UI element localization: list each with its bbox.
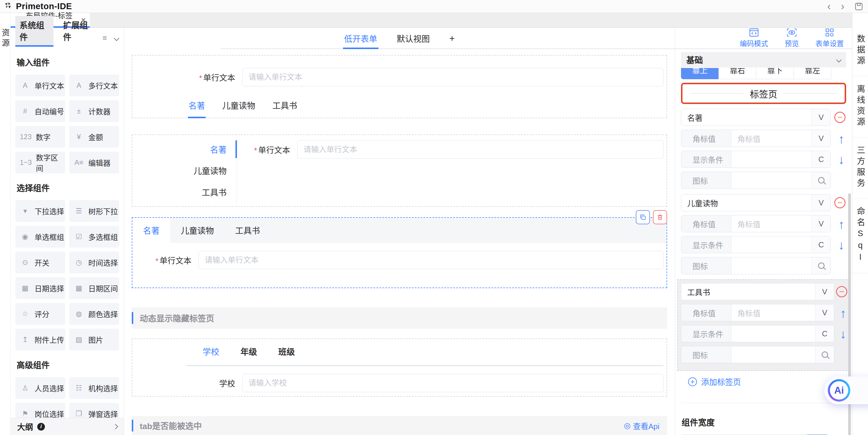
tabs-widget-top[interactable]: *单行文本 名著 儿童读物 工具书 — [132, 55, 667, 118]
tab-ertongduwu[interactable]: 儿童读物 — [222, 99, 255, 111]
add-tab-link[interactable]: + 添加标签页 — [688, 376, 846, 387]
tab-mingzhu[interactable]: 名著 — [188, 99, 205, 111]
icon-input[interactable] — [732, 346, 815, 363]
tab-position-option[interactable]: 靠下 — [756, 68, 794, 79]
tabs-widget-school[interactable]: 学校 年级 班级 学校 — [132, 338, 667, 397]
remove-tab-button[interactable]: − — [836, 286, 847, 297]
school-input[interactable] — [242, 374, 663, 392]
badge-input[interactable]: 角标值 — [732, 130, 812, 147]
right-rail-item[interactable]: 离线资源 — [852, 76, 868, 137]
tab-gongjushu[interactable]: 工具书 — [272, 99, 297, 111]
tabs-widget-left[interactable]: 名著 儿童读物 工具书 *单行文本 — [132, 134, 667, 207]
palette-item[interactable]: ◉ 单选框组 — [16, 226, 65, 248]
chevron-right-icon[interactable] — [113, 424, 118, 429]
palette-item[interactable]: ❐ 弹窗选择 — [69, 403, 119, 418]
condition-input[interactable] — [732, 237, 812, 253]
move-up-button[interactable]: ↑ — [838, 218, 844, 231]
palette-item[interactable]: A 单行文本 — [16, 74, 65, 96]
list-view-icon[interactable]: ≡ — [102, 33, 107, 46]
right-rail-item[interactable]: 三方服务 — [852, 137, 868, 198]
condition-suffix-button[interactable]: C — [812, 151, 831, 167]
single-line-text-input[interactable] — [297, 141, 663, 159]
add-view-tab-button[interactable]: + — [450, 28, 455, 49]
copy-widget-button[interactable] — [636, 210, 650, 224]
move-down-button[interactable]: ↓ — [840, 328, 846, 340]
palette-item[interactable]: ☰ 树形下拉 — [69, 200, 119, 222]
collapse-palette-icon[interactable] — [115, 36, 119, 46]
tab-position-option[interactable]: 靠右 — [718, 68, 756, 79]
tab-lowcode-form[interactable]: 低开表单 — [344, 28, 377, 49]
tab-position-option[interactable]: 靠上 — [681, 68, 719, 79]
tab-mingzhu[interactable]: 名著 — [132, 138, 237, 160]
delete-widget-button[interactable] — [653, 210, 667, 224]
ai-assistant-button[interactable]: Ai — [824, 376, 868, 404]
palette-item[interactable]: ⚑ 岗位选择 — [16, 403, 65, 418]
save-icon[interactable] — [855, 2, 863, 11]
form-settings-button[interactable]: 表单设置 — [815, 28, 844, 48]
code-mode-button[interactable]: 编码模式 — [740, 28, 768, 48]
palette-item[interactable]: A≡ 编辑器 — [69, 152, 119, 174]
right-rail-item[interactable]: 命名Sql — [852, 198, 868, 273]
condition-input[interactable] — [732, 151, 812, 167]
palette-item[interactable]: ± 计数器 — [69, 100, 119, 122]
tab-name-input[interactable]: 名著 — [681, 109, 812, 126]
variable-suffix-button[interactable]: V — [812, 194, 831, 211]
right-rail-item[interactable]: 数据源 — [852, 26, 868, 76]
single-line-text-input[interactable] — [198, 251, 663, 269]
variable-suffix-button[interactable]: V — [815, 283, 834, 300]
palette-item[interactable]: ▦ 日期区间 — [69, 277, 119, 299]
palette-item[interactable]: # 自动编号 — [16, 100, 65, 122]
palette-item[interactable]: ◍ 颜色选择 — [69, 303, 119, 325]
badge-input[interactable]: 角标值 — [732, 304, 815, 321]
variable-suffix-button[interactable]: V — [812, 130, 831, 147]
move-down-button[interactable]: ↓ — [838, 154, 844, 166]
outline-bar[interactable]: 大纲 i — [11, 418, 124, 435]
icon-search-button[interactable] — [812, 172, 831, 189]
palette-item[interactable]: ⊙ 开关 — [16, 251, 65, 273]
move-down-button[interactable]: ↓ — [838, 239, 844, 251]
palette-item[interactable]: 123 数字 — [16, 126, 65, 148]
palette-item[interactable]: ◷ 时间选择 — [69, 251, 119, 273]
preview-button[interactable]: 预览 — [785, 28, 799, 48]
palette-scroll[interactable]: 输入组件 A 单行文本 A 多行文本 — [11, 46, 124, 418]
back-arrow-icon[interactable]: ‹ — [827, 1, 831, 12]
palette-item[interactable]: 1~3 数字区间 — [16, 152, 65, 174]
palette-item[interactable]: ↥ 附件上传 — [16, 329, 65, 350]
move-up-button[interactable]: ↑ — [840, 307, 846, 320]
basic-section-header[interactable]: 基础 — [681, 52, 846, 67]
tab-gongjushu[interactable]: 工具书 — [224, 218, 271, 242]
tab-gongjushu[interactable]: 工具书 — [132, 182, 237, 203]
palette-item[interactable]: ▨ 图片 — [69, 329, 119, 350]
tab-grade[interactable]: 年级 — [241, 345, 257, 357]
palette-item[interactable]: ♙ 人员选择 — [16, 377, 65, 399]
tab-name-input[interactable]: 儿童读物 — [681, 194, 812, 211]
tab-class[interactable]: 班级 — [278, 345, 295, 357]
palette-item[interactable]: A 多行文本 — [69, 74, 119, 96]
property-scroll[interactable]: 基础 靠上 靠右 靠下 — [675, 49, 852, 435]
variable-suffix-button[interactable]: V — [815, 304, 834, 321]
condition-suffix-button[interactable]: C — [812, 237, 831, 253]
move-up-button[interactable]: ↑ — [838, 133, 844, 146]
tab-extension-components[interactable]: 扩展组件 — [61, 16, 95, 46]
palette-item[interactable]: ▦ 日期选择 — [16, 277, 65, 299]
tab-mingzhu[interactable]: 名著 — [132, 218, 170, 243]
remove-tab-button[interactable]: − — [834, 197, 845, 208]
tabs-widget-selected[interactable]: 名著 儿童读物 工具书 *单行文本 — [132, 217, 667, 288]
canvas-scroll[interactable]: *单行文本 名著 儿童读物 工具书 — [124, 49, 675, 435]
condition-input[interactable] — [732, 325, 815, 342]
condition-suffix-button[interactable]: C — [815, 325, 834, 342]
tab-ertongduwu[interactable]: 儿童读物 — [132, 160, 237, 181]
left-rail-resources[interactable]: 资源 — [0, 28, 11, 435]
variable-suffix-button[interactable]: V — [812, 215, 831, 232]
tab-school[interactable]: 学校 — [203, 345, 219, 357]
palette-item[interactable]: ☑ 多选框组 — [69, 226, 119, 248]
variable-suffix-button[interactable]: V — [812, 109, 831, 126]
tab-ertongduwu[interactable]: 儿童读物 — [170, 218, 224, 242]
tab-system-components[interactable]: 系统组件 — [16, 16, 54, 46]
palette-item[interactable]: ▾ 下拉选择 — [16, 200, 65, 222]
icon-search-button[interactable] — [812, 257, 831, 274]
tab-name-input[interactable]: 工具书 — [681, 283, 815, 300]
remove-tab-button[interactable]: − — [834, 112, 845, 123]
palette-item[interactable]: ☆ 评分 — [16, 303, 65, 325]
view-api-link[interactable]: ◎ 查看Api — [624, 420, 659, 431]
